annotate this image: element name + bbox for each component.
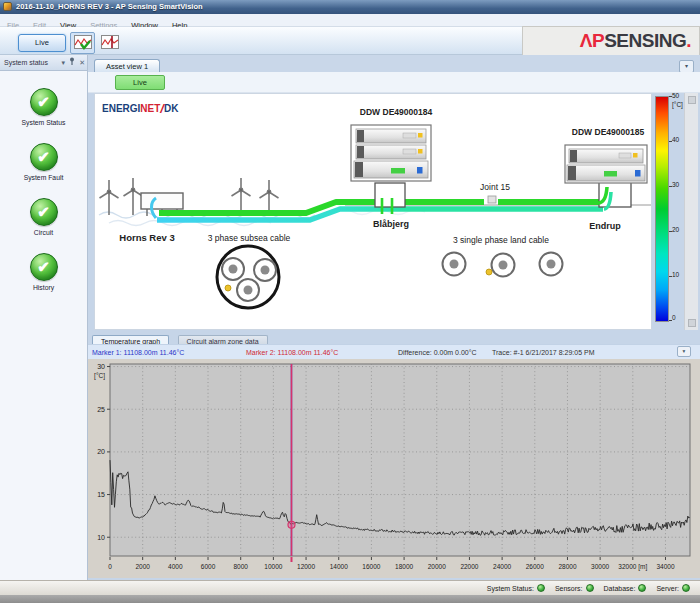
panel-menu-chevron-icon[interactable]: ▾ — [60, 55, 68, 70]
svg-text:32000 [m]: 32000 [m] — [618, 563, 647, 571]
app-icon — [3, 2, 12, 11]
colorbar-unit: [°C] — [672, 101, 683, 108]
live-toolbar-button[interactable]: Live — [18, 34, 66, 52]
blabjerg-label: Blåbjerg — [363, 219, 419, 229]
energinet-logo: ENERGINET/DK — [102, 100, 178, 115]
svg-text:10000: 10000 — [264, 563, 282, 570]
colorbar-tick-20: 20 — [672, 226, 679, 233]
svg-text:10: 10 — [97, 534, 105, 541]
temperature-colorbar — [655, 96, 669, 322]
graph-tab-strip: Temperature graph Circuit alarm zone dat… — [88, 330, 700, 344]
asset-view-toolbar — [88, 72, 700, 93]
temperature-chart[interactable]: 0200040006000800010000120001400016000180… — [88, 359, 700, 578]
status-sensors: Sensors: — [555, 584, 594, 592]
bottom-edge — [0, 595, 700, 603]
smartvision-window: 2016-11-10_HORNS REV 3 - AP Sensing Smar… — [0, 0, 700, 603]
status-ok-dot — [638, 584, 646, 592]
svg-text:14000: 14000 — [330, 563, 348, 570]
system-status-panel-title: System status — [4, 59, 48, 66]
marker2-readout: Marker 2: 11108.00m 11.46°C — [246, 345, 338, 360]
svg-text:30000: 30000 — [591, 563, 609, 570]
graph-check-button[interactable] — [70, 32, 95, 54]
marker-info-bar: Marker 1: 11108.00m 11.46°C Marker 2: 11… — [88, 344, 700, 359]
svg-text:8000: 8000 — [233, 563, 248, 570]
colorbar-tick-0: 0 — [672, 314, 676, 321]
window-title: 2016-11-10_HORNS REV 3 - AP Sensing Smar… — [16, 2, 203, 11]
graph-options-button[interactable]: ▾ — [677, 346, 691, 357]
system-status-panel-header: System status ✕ ▾ — [0, 55, 87, 71]
trace-readout: Trace: #-1 6/21/2017 8:29:05 PM — [492, 345, 594, 360]
svg-text:20: 20 — [97, 448, 105, 455]
colorbar-scrollbar[interactable] — [684, 93, 698, 330]
difference-readout: Difference: 0.00m 0.00°C — [398, 345, 477, 360]
joint-box — [488, 196, 496, 203]
status-ok-dot — [586, 584, 594, 592]
status-ok-icon: ✔ — [30, 198, 58, 226]
status-ok-icon: ✔ — [30, 253, 58, 281]
colorbar-tick-10: 10 — [672, 271, 679, 278]
sidebar-item-circuit[interactable]: ✔ Circuit — [0, 198, 87, 236]
svg-text:24000: 24000 — [493, 563, 511, 570]
joint-15-label: Joint 15 — [467, 182, 523, 192]
graph-check-icon — [74, 35, 92, 51]
sidebar-item-system-status[interactable]: ✔ System Status — [0, 88, 87, 126]
svg-text:2000: 2000 — [135, 563, 150, 570]
graph-marker-icon — [101, 35, 119, 51]
status-ok-icon: ✔ — [30, 88, 58, 116]
svg-text:25: 25 — [97, 406, 105, 413]
brand-logo-dot: . — [686, 30, 691, 51]
live-status-button[interactable]: Live — [115, 75, 165, 90]
wind-turbines — [100, 178, 279, 215]
svg-text:34000: 34000 — [656, 563, 674, 570]
svg-text:28000: 28000 — [558, 563, 576, 570]
endrup-label: Endrup — [577, 221, 633, 231]
sidebar-item-system-fault[interactable]: ✔ System Fault — [0, 143, 87, 181]
status-bar: System Status: Sensors: Database: Server… — [0, 580, 700, 595]
land-cable-crosssection — [443, 253, 563, 277]
svg-text:20000: 20000 — [428, 563, 446, 570]
panel-close-icon[interactable]: ✕ — [77, 55, 87, 70]
svg-text:[°C]: [°C] — [94, 372, 105, 380]
asset-diagram-canvas[interactable]: ENERGINET/DK DDW DE49000184 DDW DE490001… — [94, 93, 652, 330]
ddw-box-2 — [565, 145, 647, 183]
ddw2-label: DDW DE49000185 — [563, 127, 653, 137]
colorbar-tick-50: 50 — [672, 92, 679, 99]
horns-rev-label: Horns Rev 3 — [107, 232, 187, 243]
endrup-station — [599, 182, 631, 207]
status-ok-icon: ✔ — [30, 143, 58, 171]
status-ok-dot — [682, 584, 690, 592]
energinet-slash: / — [160, 101, 164, 116]
colorbar-tick-40: 40 — [672, 136, 679, 143]
svg-text:4000: 4000 — [168, 563, 183, 570]
svg-text:26000: 26000 — [526, 563, 544, 570]
subsea-cable-label: 3 phase subsea cable — [194, 233, 304, 243]
marker1-readout: Marker 1: 11108.00m 11.46°C — [92, 345, 184, 360]
svg-text:15: 15 — [97, 491, 105, 498]
svg-text:22000: 22000 — [460, 563, 478, 570]
status-database: Database: — [604, 584, 647, 592]
ddw1-label: DDW DE49000184 — [350, 107, 442, 117]
status-system: System Status: — [487, 584, 545, 592]
blabjerg-station — [375, 183, 405, 207]
sidebar-item-label: Circuit — [34, 229, 53, 236]
sidebar-item-label: System Fault — [24, 174, 64, 181]
brand-logo-ap: ΛP — [580, 30, 604, 51]
sidebar-item-label: System Status — [22, 119, 66, 126]
svg-text:30: 30 — [97, 363, 105, 370]
brand-bar: ΛPSENSING. — [522, 26, 700, 56]
document-tab-strip: Asset view 1 — [88, 55, 700, 72]
land-cable-label: 3 single phase land cable — [439, 235, 563, 245]
svg-text:6000: 6000 — [201, 563, 216, 570]
svg-text:12000: 12000 — [297, 563, 315, 570]
status-ok-dot — [537, 584, 545, 592]
brand-logo-sensing: SENSING — [604, 30, 686, 51]
system-status-panel: System status ✕ ▾ ✔ System Status ✔ Syst… — [0, 55, 88, 580]
panel-pin-icon[interactable] — [67, 55, 77, 70]
tab-asset-view-1[interactable]: Asset view 1 — [94, 59, 160, 73]
svg-text:16000: 16000 — [362, 563, 380, 570]
sidebar-item-history[interactable]: ✔ History — [0, 253, 87, 291]
graph-marker-button[interactable] — [97, 32, 122, 54]
subsea-cable-crosssection — [217, 246, 279, 308]
sidebar-item-label: History — [33, 284, 54, 291]
ddw-box-1 — [351, 125, 431, 181]
